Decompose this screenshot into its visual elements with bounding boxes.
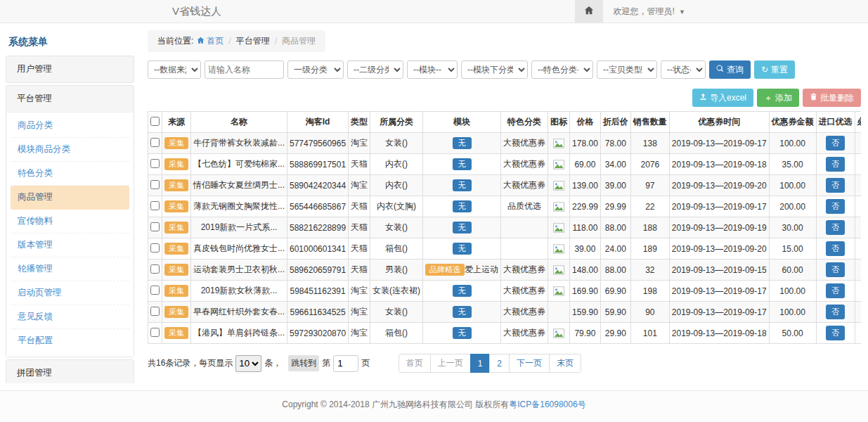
page-number-input[interactable] [333,355,358,372]
page-button[interactable]: 首页 [399,354,431,373]
table-row: 采集情侣睡衣女夏丝绸男士...589042420344淘宝内衣()无大额优惠券1… [148,175,862,196]
discount-price-value: 88.00 [600,260,630,281]
product-type: 天猫 [349,154,370,175]
row-checkbox-cell [148,196,162,217]
sidebar-item-active[interactable]: 商品管理 [11,186,129,210]
row-checkbox[interactable] [150,138,160,147]
filter-select[interactable]: --宝贝类型-- [597,60,657,79]
import-toggle[interactable]: 否 [826,157,845,172]
table-row: 采集早春网红针织外套女春...596611634525淘宝女装()无大额优惠券1… [148,302,862,323]
sidebar-item-link[interactable]: 模块商品分类 [11,138,129,162]
filter-select[interactable]: --状态-- [661,60,706,79]
product-category: 箱包() [370,238,423,260]
page-button[interactable]: 2 [489,354,510,373]
coupon-amount: 100.00 [769,302,816,323]
import-toggle[interactable]: 否 [826,262,845,277]
batch-delete-button[interactable]: 批量删除 [803,89,861,107]
chevron-down-icon: ▼ [679,8,685,15]
breadcrumb-section: 平台管理 [236,35,270,47]
reset-button[interactable]: ↻ 重置 [754,60,795,79]
column-header: 名称 [191,112,287,133]
coupon-amount: 100.00 [769,281,816,302]
table-row: 采集2019新款一片式系...588216228899天猫女装()无118.00… [148,217,862,238]
sidebar-item-link[interactable]: 宣传物料 [11,210,129,234]
source-badge: 采集 [164,243,188,255]
module-badge: 无 [453,327,472,339]
table-row: 采集真皮钱包时尚优雅女士...601000601341天猫箱包()无39.002… [148,238,862,260]
jump-label: 跳转到 [288,355,319,371]
row-checkbox[interactable] [150,222,160,231]
filter-select[interactable]: --特色分类-- [531,60,593,79]
row-checkbox[interactable] [150,243,160,252]
per-page-select[interactable]: 10 [235,355,261,372]
sidebar-item-link[interactable]: 意见反馈 [11,305,129,329]
plus-icon: ＋ [764,92,772,104]
import-toggle[interactable]: 否 [826,220,845,235]
row-checkbox[interactable] [150,328,160,337]
user-menu[interactable]: 欢迎您，管理员! ▼ [613,6,685,18]
import-toggle[interactable]: 否 [826,199,845,214]
sidebar-submenu: 商品分类模块商品分类特色分类商品管理宣传物料版本管理轮播管理启动页管理意见反馈平… [6,112,134,357]
select-all-checkbox[interactable] [150,117,160,126]
row-checkbox-cell [148,260,162,281]
sidebar-item-link[interactable]: 启动页管理 [11,281,129,305]
filter-select[interactable]: --数据来源-- [148,60,201,79]
feature-label: 大额优惠券 [501,281,548,302]
sidebar-title: 系统菜单 [6,30,134,56]
home-button[interactable] [575,0,603,23]
filter-select[interactable]: --模块-- [407,60,458,79]
import-toggle[interactable]: 否 [826,326,845,340]
breadcrumb-home-link[interactable]: 首页 [197,35,224,47]
search-button[interactable]: 查询 [709,60,751,79]
sidebar-group-label[interactable]: 平台管理 [6,86,134,112]
discount-price-value: 88.00 [600,217,630,238]
coupon-time: 2019-09-13—2019-09-20 [669,238,769,260]
sidebar-item-link[interactable]: 平台配置 [11,329,129,352]
row-checkbox[interactable] [150,286,160,295]
sidebar-group-label[interactable]: 用户管理 [6,56,134,82]
name-search-input[interactable] [205,60,284,79]
product-category: 女装() [370,302,423,323]
search-icon [716,65,724,75]
row-checkbox[interactable] [150,180,160,189]
import-toggle[interactable]: 否 [826,136,845,151]
page-button[interactable]: 末页 [549,354,581,373]
sidebar-item-link[interactable]: 版本管理 [11,234,129,257]
column-header: 优惠券时间 [669,112,769,133]
import-toggle[interactable]: 否 [826,283,845,298]
icp-link[interactable]: 粤ICP备16098006号 [509,399,585,409]
header-checkbox-cell [148,112,162,133]
row-checkbox[interactable] [150,307,160,316]
product-name: 牛仔背带裤女秋装减龄... [191,133,287,154]
row-checkbox[interactable] [150,201,160,210]
sales-count: 2076 [630,154,669,175]
sidebar-item-link[interactable]: 特色分类 [11,162,129,186]
import-toggle[interactable]: 否 [826,305,845,319]
discount-price-value: 69.90 [600,281,630,302]
import-excel-button[interactable]: 导入excel [692,89,753,107]
add-button[interactable]: ＋ 添加 [757,89,799,107]
filter-select[interactable]: 一级分类 [287,60,344,79]
product-type: 天猫 [349,217,370,238]
module-badge: 无 [453,306,472,318]
sidebar-group: 平台管理商品分类模块商品分类特色分类商品管理宣传物料版本管理轮播管理启动页管理意… [6,85,134,357]
app-title: V省钱达人 [172,5,221,18]
filter-select[interactable]: --二级分类-- [347,60,403,79]
page-button[interactable]: 下一页 [509,354,550,373]
row-checkbox[interactable] [150,159,160,168]
sidebar-group-label[interactable]: 拼团管理 [6,360,134,383]
page-button[interactable]: 上一页 [430,354,471,373]
feature-label: 大额优惠券 [501,133,548,154]
sidebar-item-link[interactable]: 轮播管理 [11,257,129,281]
page-button[interactable]: 1 [470,354,491,373]
filter-select[interactable]: --模块下分类-- [461,60,528,79]
product-name: 薄款无钢圈文胸聚拢性... [191,196,287,217]
row-checkbox[interactable] [150,264,160,274]
row-checkbox-cell [148,281,162,302]
import-toggle[interactable]: 否 [826,241,845,256]
import-toggle[interactable]: 否 [826,178,845,193]
sidebar-item-link[interactable]: 商品分类 [11,114,129,138]
product-thumbnail-icon [553,138,564,148]
row-checkbox-cell [148,302,162,323]
product-category: 箱包() [370,323,423,344]
